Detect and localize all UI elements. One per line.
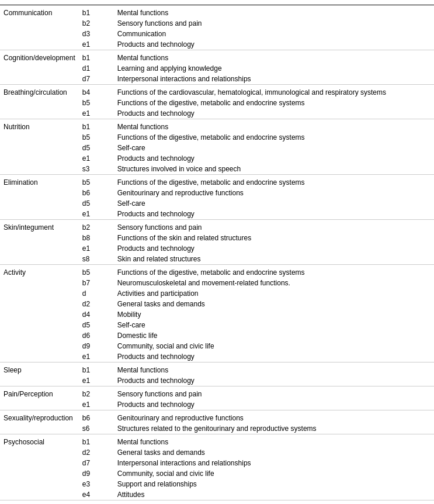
code-cell: b6 [79, 188, 114, 198]
code-cell: e1 [79, 375, 114, 386]
vips-cell [0, 278, 79, 288]
vips-cell [0, 39, 79, 50]
table-row: d5Self-care [0, 198, 434, 209]
table-row: e1Products and technology [0, 39, 434, 50]
table-row: Breathing/circulationb4Functions of the … [0, 85, 434, 98]
vips-cell [0, 458, 79, 468]
code-cell: e1 [79, 39, 114, 50]
table-row: Nutritionb1Mental functions [0, 119, 434, 133]
vips-cell [0, 98, 79, 108]
icf-cell: Products and technology [114, 209, 434, 220]
code-cell: b7 [79, 278, 114, 288]
vips-cell [0, 320, 79, 330]
vips-cell [0, 233, 79, 243]
code-cell: b2 [79, 220, 114, 233]
code-cell: d7 [79, 74, 114, 85]
vips-cell [0, 243, 79, 254]
icf-cell: Attitudes [114, 489, 434, 500]
code-cell: s8 [79, 254, 114, 265]
table-row: e1Products and technology [0, 351, 434, 363]
icf-cell: Self-care [114, 143, 434, 153]
code-cell: e3 [79, 479, 114, 489]
vips-cell: Breathing/circulation [0, 85, 79, 98]
code-cell: s3 [79, 164, 114, 175]
table-row: d5Self-care [0, 143, 434, 153]
vips-cell [0, 63, 79, 74]
code-cell: d9 [79, 341, 114, 351]
vips-cell [0, 341, 79, 351]
code-cell: b2 [79, 386, 114, 400]
code-cell: d2 [79, 299, 114, 309]
vips-cell [0, 468, 79, 479]
vips-cell [0, 74, 79, 85]
table-row: Pain/Perceptionb2Sensory functions and p… [0, 386, 434, 400]
icf-cell: Community, social and civic life [114, 341, 434, 351]
table-row: Spiritual/culturalb1Mental functions [0, 500, 434, 505]
code-cell: b1 [79, 434, 114, 448]
code-cell: e1 [79, 243, 114, 254]
table-row: d4Mobility [0, 309, 434, 320]
code-cell: d4 [79, 309, 114, 320]
table-header-row [0, 0, 434, 5]
code-cell: b1 [79, 363, 114, 376]
code-cell: e1 [79, 399, 114, 410]
code-cell: e1 [79, 153, 114, 164]
icf-cell: Communication [114, 29, 434, 39]
vips-cell [0, 375, 79, 386]
table-row: b5Functions of the digestive, metabolic … [0, 98, 434, 108]
vips-cell [0, 198, 79, 209]
code-cell: d6 [79, 330, 114, 341]
icf-cell: Mental functions [114, 500, 434, 505]
table-row: d7Interpersonal interactions and relatio… [0, 74, 434, 85]
icf-cell: Functions of the skin and related struct… [114, 233, 434, 243]
icf-cell: Mental functions [114, 119, 434, 133]
code-cell: e1 [79, 209, 114, 220]
icf-cell: Functions of the cardiovascular, hematol… [114, 85, 434, 98]
code-cell: d2 [79, 447, 114, 458]
code-cell: b5 [79, 265, 114, 278]
icf-cell: Products and technology [114, 108, 434, 119]
code-cell: d [79, 288, 114, 299]
code-cell: b8 [79, 233, 114, 243]
table-row: Cognition/developmentb1Mental functions [0, 50, 434, 64]
icf-cell: Interpersonal interactions and relations… [114, 458, 434, 468]
icf-cell: Structures related to the genitourinary … [114, 423, 434, 434]
icf-cell: Community, social and civic life [114, 468, 434, 479]
icf-cell: Products and technology [114, 375, 434, 386]
table-row: b6Genitourinary and reproductive functio… [0, 188, 434, 198]
table-row: d2General tasks and demands [0, 447, 434, 458]
icf-cell: Sensory functions and pain [114, 18, 434, 29]
vips-cell [0, 108, 79, 119]
vips-cell [0, 143, 79, 153]
icf-cell: Interpersonal interactions and relations… [114, 74, 434, 85]
table-row: d6Domestic life [0, 330, 434, 341]
icf-cell: Mental functions [114, 434, 434, 448]
icf-cell: Products and technology [114, 243, 434, 254]
vips-cell: Elimination [0, 175, 79, 188]
table-row: Sleepb1Mental functions [0, 363, 434, 376]
icf-cell: General tasks and demands [114, 299, 434, 309]
vips-cell: Psychosocial [0, 434, 79, 448]
vips-cell: Sleep [0, 363, 79, 376]
code-cell: d3 [79, 29, 114, 39]
code-cell: b1 [79, 119, 114, 133]
icf-cell: Structures involved in voice and speech [114, 164, 434, 175]
icf-cell: General tasks and demands [114, 447, 434, 458]
table-row: Skin/integumentb2Sensory functions and p… [0, 220, 434, 233]
code-cell: b5 [79, 98, 114, 108]
vips-cell: Nutrition [0, 119, 79, 133]
icf-cell: Support and relationships [114, 479, 434, 489]
table-row: Sexuality/reproductionb6Genitourinary an… [0, 410, 434, 424]
vips-cell: Cognition/development [0, 50, 79, 64]
code-cell: d5 [79, 320, 114, 330]
vips-cell [0, 209, 79, 220]
code-cell: b6 [79, 410, 114, 424]
icf-cell: Neuromusculoskeletal and movement-relate… [114, 278, 434, 288]
icf-cell: Genitourinary and reproductive functions [114, 410, 434, 424]
vips-cell [0, 153, 79, 164]
table-row: s3Structures involved in voice and speec… [0, 164, 434, 175]
code-cell: d5 [79, 143, 114, 153]
code-cell: b1 [79, 500, 114, 505]
icf-cell: Products and technology [114, 153, 434, 164]
code-cell: b4 [79, 85, 114, 98]
